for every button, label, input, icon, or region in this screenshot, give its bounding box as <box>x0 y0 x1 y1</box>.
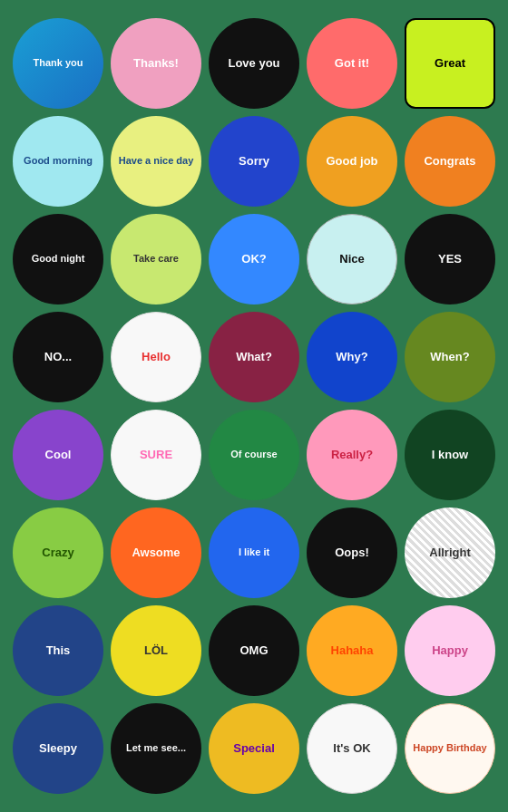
sticker-label-why: Why? <box>336 350 367 364</box>
sticker-label-when: When? <box>430 350 469 364</box>
sticker-let-me-see[interactable]: Let me see... <box>111 703 201 794</box>
sticker-label-really: Really? <box>331 448 373 462</box>
sticker-label-thanks: Thanks! <box>133 56 179 71</box>
sticker-label-hahaha: Hahaha <box>331 643 374 658</box>
sticker-label-awsome: Awsome <box>132 546 180 560</box>
sticker-label-yes: YES <box>438 252 462 266</box>
sticker-label-its-ok: It's OK <box>333 741 370 756</box>
sticker-got-it[interactable]: Got it! <box>307 18 397 109</box>
sticker-label-omg: OMG <box>239 643 268 658</box>
sticker-good-night[interactable]: Good night <box>13 214 103 304</box>
sticker-i-know[interactable]: I know <box>405 410 495 500</box>
sticker-when[interactable]: When? <box>405 312 495 402</box>
sticker-label-this: This <box>46 643 71 658</box>
sticker-have-a-nice-day[interactable]: Have a nice day <box>111 116 201 207</box>
sticker-ok[interactable]: OK? <box>209 214 299 304</box>
sticker-label-lol: LÖL <box>144 643 168 658</box>
sticker-label-take-care: Take care <box>133 253 179 265</box>
sticker-this[interactable]: This <box>13 605 103 696</box>
sticker-good-job[interactable]: Good job <box>307 116 397 207</box>
sticker-label-special: Special <box>233 741 275 756</box>
sticker-i-like-it[interactable]: I like it <box>209 508 299 598</box>
sticker-thank-you[interactable]: Thank you <box>13 18 103 109</box>
sticker-label-let-me-see: Let me see... <box>126 742 186 754</box>
sticker-take-care[interactable]: Take care <box>111 214 201 304</box>
sticker-label-allright: Allright <box>429 546 471 560</box>
sticker-good-morning[interactable]: Good morning <box>13 116 103 207</box>
sticker-label-oops: Oops! <box>335 546 369 560</box>
sticker-label-no: NO... <box>44 350 72 364</box>
sticker-label-happy-birthday: Happy Birthday <box>413 742 486 754</box>
sticker-label-i-know: I know <box>432 448 468 462</box>
sticker-label-sorry: Sorry <box>239 154 269 169</box>
sticker-its-ok[interactable]: It's OK <box>307 703 397 794</box>
sticker-congrats[interactable]: Congrats <box>405 116 495 207</box>
sticker-label-happy: Happy <box>432 643 468 658</box>
sticker-label-cool: Cool <box>45 448 72 462</box>
sticker-oops[interactable]: Oops! <box>307 508 397 598</box>
sticker-label-sure: SURE <box>140 448 172 462</box>
sticker-label-nice: Nice <box>339 252 364 266</box>
sticker-allright[interactable]: Allright <box>405 508 495 598</box>
sticker-no[interactable]: NO... <box>13 312 103 402</box>
sticker-cool[interactable]: Cool <box>13 410 103 500</box>
sticker-thanks[interactable]: Thanks! <box>111 18 201 109</box>
sticker-label-thank-you: Thank you <box>33 57 83 69</box>
sticker-sleepy[interactable]: Sleepy <box>13 703 103 794</box>
sticker-label-crazy: Crazy <box>42 546 73 560</box>
sticker-label-ok: OK? <box>241 252 266 266</box>
sticker-label-got-it: Got it! <box>335 56 369 71</box>
sticker-label-love-you: Love you <box>228 56 279 71</box>
sticker-label-of-course: Of course <box>230 449 277 460</box>
sticker-of-course[interactable]: Of course <box>209 410 299 500</box>
sticker-label-great: Great <box>435 56 465 71</box>
sticker-crazy[interactable]: Crazy <box>13 508 103 598</box>
sticker-label-have-a-nice-day: Have a nice day <box>119 155 194 167</box>
sticker-label-what: What? <box>236 350 272 364</box>
sticker-what[interactable]: What? <box>209 312 299 402</box>
sticker-yes[interactable]: YES <box>405 214 495 304</box>
sticker-nice[interactable]: Nice <box>307 214 397 304</box>
sticker-great[interactable]: Great <box>405 18 495 109</box>
sticker-sure[interactable]: SURE <box>111 410 201 500</box>
sticker-label-hello: Hello <box>142 350 171 364</box>
sticker-happy[interactable]: Happy <box>405 605 495 696</box>
sticker-hello[interactable]: Hello <box>111 312 201 402</box>
sticker-special[interactable]: Special <box>209 703 299 794</box>
sticker-why[interactable]: Why? <box>307 312 397 402</box>
sticker-grid: Thank youThanks!Love youGot it!GreatGood… <box>4 9 504 803</box>
sticker-happy-birthday[interactable]: Happy Birthday <box>405 703 495 794</box>
sticker-love-you[interactable]: Love you <box>209 18 299 109</box>
sticker-really[interactable]: Really? <box>307 410 397 500</box>
sticker-label-good-night: Good night <box>32 253 85 265</box>
sticker-label-good-job: Good job <box>326 154 377 169</box>
sticker-label-sleepy: Sleepy <box>39 741 77 756</box>
sticker-hahaha[interactable]: Hahaha <box>307 605 397 696</box>
sticker-label-congrats: Congrats <box>424 154 475 169</box>
sticker-omg[interactable]: OMG <box>209 605 299 696</box>
sticker-label-i-like-it: I like it <box>239 546 269 558</box>
sticker-lol[interactable]: LÖL <box>111 605 201 696</box>
sticker-sorry[interactable]: Sorry <box>209 116 299 207</box>
sticker-awsome[interactable]: Awsome <box>111 508 201 598</box>
sticker-label-good-morning: Good morning <box>24 155 93 167</box>
